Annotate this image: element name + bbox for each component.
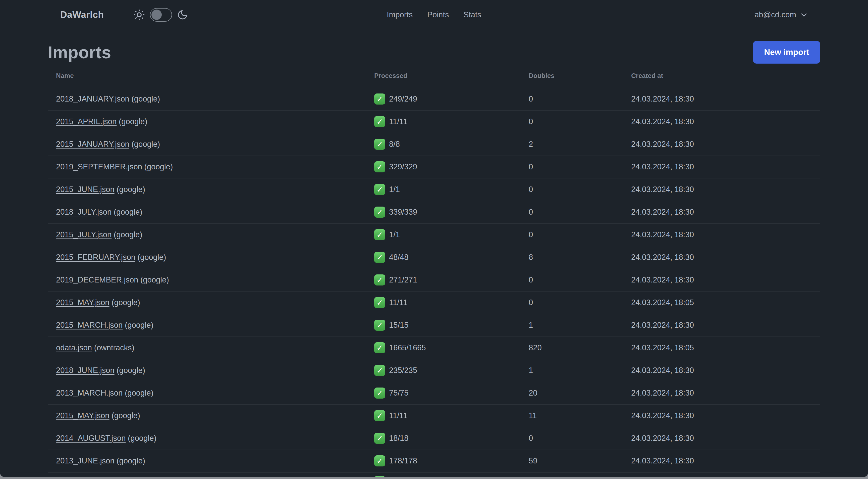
new-import-button[interactable]: New import (753, 41, 820, 64)
table-row: 2015_MAY.json (google) ✓ 11/11 11 24.03.… (48, 405, 820, 427)
account-email: ab@cd.com (754, 10, 796, 19)
nav-link-points[interactable]: Points (427, 10, 449, 19)
import-source: (google) (128, 434, 156, 443)
table-row: 2015_JANUARY.json (google) ✓ 8/8 2 24.03… (48, 133, 820, 155)
cell-name: 2015_JULY.json (google) (48, 223, 366, 246)
table-row: 2015_MAY.json (google) ✓ 11/11 0 24.03.2… (48, 291, 820, 314)
import-source: (google) (112, 411, 140, 420)
import-file-link[interactable]: 2019_SEPTEMBER.json (56, 162, 142, 171)
processed-count: 11/11 (389, 411, 407, 420)
check-icon: ✓ (374, 274, 385, 286)
column-header-name: Name (48, 64, 366, 88)
cell-doubles: 1 (520, 359, 623, 382)
import-file-link[interactable]: 2015_JUNE.json (56, 185, 115, 194)
cell-doubles: 0 (520, 427, 623, 450)
cell-created-at: 24.03.2024, 18:05 (623, 336, 820, 359)
import-file-link[interactable]: 2019_DECEMBER.json (56, 275, 138, 284)
processed-count: 75/75 (389, 389, 409, 397)
theme-toggle[interactable] (150, 8, 172, 22)
cell-processed: ✓ 1/1 (366, 223, 520, 246)
cell-doubles: 0 (520, 269, 623, 291)
theme-toggle-knob (151, 9, 162, 20)
check-icon: ✓ (374, 252, 385, 263)
cell-created-at: 24.03.2024, 18:05 (623, 291, 820, 314)
cell-name: 2013_JUNE.json (google) (48, 450, 366, 472)
cell-processed: ✓ 271/271 (366, 269, 520, 291)
table-row: 2018_JANUARY.json (google) ✓ 249/249 0 2… (48, 88, 820, 110)
cell-doubles: 0 (520, 88, 623, 110)
cell-doubles: 0 (520, 201, 623, 223)
processed-count: 339/339 (389, 208, 417, 217)
check-icon: ✓ (374, 388, 385, 398)
cell-name: 2015_MARCH.json (google) (48, 314, 366, 336)
check-icon: ✓ (374, 455, 385, 467)
import-file-link[interactable]: 2018_JUNE.json (56, 366, 115, 375)
main-nav: Imports Points Stats (387, 10, 481, 19)
cell-processed: ✓ 249/249 (366, 88, 520, 110)
import-file-link[interactable]: odata.json (56, 343, 92, 352)
cell-processed: ✓ 15/15 (366, 314, 520, 336)
import-source: (google) (117, 456, 145, 465)
import-source: (google) (137, 253, 166, 262)
import-file-link[interactable]: 2015_MAY.json (56, 411, 110, 420)
table-row: 2019_SEPTEMBER.json (google) ✓ 329/329 0… (48, 155, 820, 178)
cell-name: 2019_DECEMBER.json (google) (48, 269, 366, 291)
import-source: (owntracks) (94, 343, 134, 352)
import-file-link[interactable]: 2018_JANUARY.json (56, 94, 129, 103)
cell-processed: ✓ 11/11 (366, 110, 520, 133)
cell-processed: ✓ 1665/1665 (366, 336, 520, 359)
processed-count: 8/8 (389, 140, 400, 149)
processed-count: 329/329 (389, 162, 417, 171)
import-file-link[interactable]: 2015_JANUARY.json (56, 140, 129, 149)
cell-doubles: 0 (520, 223, 623, 246)
column-header-doubles: Doubles (520, 64, 623, 88)
import-file-link[interactable]: 2015_JULY.json (56, 230, 112, 239)
account-dropdown[interactable]: ab@cd.com (754, 10, 808, 19)
table-row: 2015_FEBRUARY.json (google) ✓ 48/48 8 24… (48, 246, 820, 269)
import-file-link[interactable]: 2015_FEBRUARY.json (56, 253, 135, 262)
cell-created-at: 24.03.2024, 18:30 (623, 155, 820, 178)
cell-created-at: 24.03.2024, 18:30 (623, 450, 820, 472)
cell-created-at: 24.03.2024, 18:30 (623, 133, 820, 155)
cell-name: 2015_FEBRUARY.json (google) (48, 246, 366, 269)
nav-link-stats[interactable]: Stats (463, 10, 481, 19)
table-row: 2015_APRIL.json (google) ✓ 11/11 0 24.03… (48, 110, 820, 133)
cell-doubles: 0 (520, 178, 623, 201)
cell-name: 2014_AUGUST.json (google) (48, 427, 366, 450)
cell-name: 2018_JANUARY.json (google) (48, 88, 366, 110)
cell-name: 2018_JUNE.json (google) (48, 359, 366, 382)
moon-icon (177, 9, 188, 20)
cell-name: 2015_JUNE.json (google) (48, 178, 366, 201)
table-row: 2018_JUNE.json (google) ✓ 235/235 1 24.0… (48, 359, 820, 382)
table-row: 2019_DECEMBER.json (google) ✓ 271/271 0 … (48, 269, 820, 291)
nav-link-imports[interactable]: Imports (387, 10, 413, 19)
app-logo[interactable]: DaWarIch (60, 9, 104, 20)
import-file-link[interactable]: 2014_AUGUST.json (56, 434, 126, 443)
check-icon: ✓ (374, 476, 385, 477)
cell-created-at: 24.03.2024, 18:30 (623, 314, 820, 336)
cell-created-at: 24.03.2024, 18:30 (623, 178, 820, 201)
theme-switcher (133, 8, 188, 22)
import-file-link[interactable]: 2015_APRIL.json (56, 117, 117, 126)
import-file-link[interactable]: 2013_MARCH.json (56, 389, 123, 397)
processed-count: 235/235 (389, 366, 417, 375)
cell-name: 2015_MAY.json (google) (48, 291, 366, 314)
cell-processed: ✓ 75/75 (366, 382, 520, 405)
chevron-down-icon (800, 11, 808, 19)
cell-doubles: 59 (520, 450, 623, 472)
cell-doubles: 8 (520, 246, 623, 269)
imports-table-header: Name Processed Doubles Created at (48, 64, 820, 88)
column-header-created-at: Created at (623, 64, 820, 88)
import-source: (google) (131, 140, 160, 149)
cell-doubles: 2 (520, 133, 623, 155)
imports-table-partial-row: ✓ (48, 472, 820, 477)
column-header-processed: Processed (366, 64, 520, 88)
cell-processed: ✓ 11/11 (366, 405, 520, 427)
import-file-link[interactable]: 2013_JUNE.json (56, 456, 115, 465)
page-title: Imports (48, 42, 111, 62)
import-file-link[interactable]: 2015_MARCH.json (56, 321, 123, 329)
table-row-partial: ✓ (48, 472, 820, 477)
import-file-link[interactable]: 2018_JULY.json (56, 208, 112, 216)
cell-processed: ✓ 48/48 (366, 246, 520, 269)
import-file-link[interactable]: 2015_MAY.json (56, 298, 110, 307)
